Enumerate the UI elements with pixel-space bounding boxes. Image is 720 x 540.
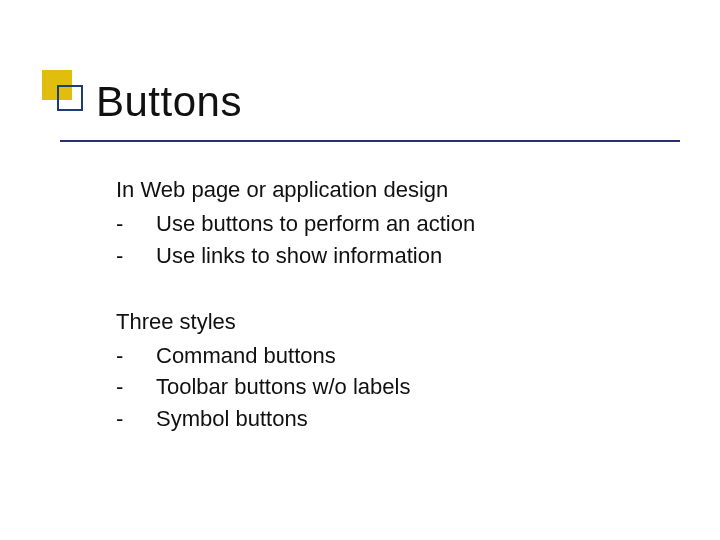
list-item-text: Toolbar buttons w/o labels — [156, 371, 410, 403]
slide-title: Buttons — [96, 78, 242, 126]
navy-outline-square-icon — [57, 85, 83, 111]
slide: Buttons In Web page or application desig… — [0, 0, 720, 540]
bullet-dash-icon: - — [116, 208, 156, 240]
list-item: - Use links to show information — [116, 240, 475, 272]
section2-lead: Three styles — [116, 306, 475, 338]
section1-lead: In Web page or application design — [116, 174, 475, 206]
list-item-text: Use links to show information — [156, 240, 442, 272]
list-item-text: Symbol buttons — [156, 403, 308, 435]
list-item: - Symbol buttons — [116, 403, 475, 435]
bullet-dash-icon: - — [116, 371, 156, 403]
bullet-dash-icon: - — [116, 403, 156, 435]
list-item: - Command buttons — [116, 340, 475, 372]
slide-body: In Web page or application design - Use … — [116, 174, 475, 435]
bullet-dash-icon: - — [116, 340, 156, 372]
title-decoration-icon — [42, 70, 92, 136]
list-item-text: Command buttons — [156, 340, 336, 372]
title-underline — [60, 140, 680, 142]
list-item: - Use buttons to perform an action — [116, 208, 475, 240]
list-item: - Toolbar buttons w/o labels — [116, 371, 475, 403]
bullet-dash-icon: - — [116, 240, 156, 272]
list-item-text: Use buttons to perform an action — [156, 208, 475, 240]
